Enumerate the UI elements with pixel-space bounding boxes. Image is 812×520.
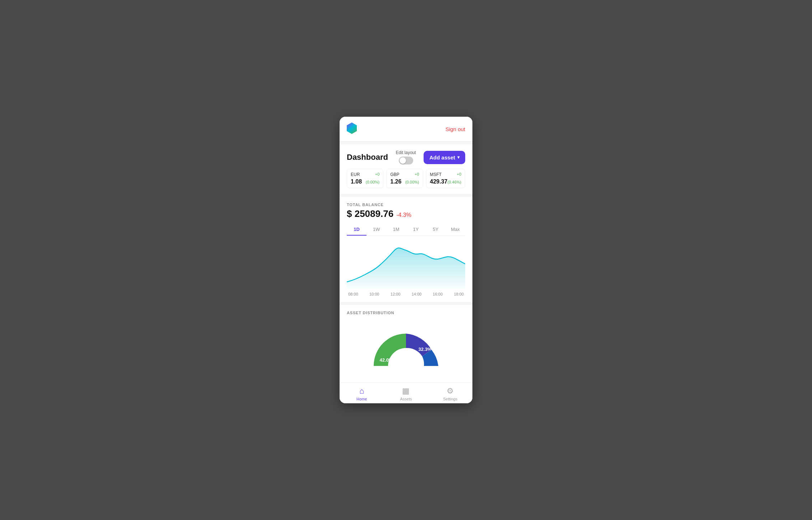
settings-icon: ⚙ <box>447 386 454 396</box>
balance-change: -4.3% <box>396 212 411 218</box>
tab-1m[interactable]: 1M <box>386 224 406 236</box>
tab-5y[interactable]: 5Y <box>426 224 445 236</box>
main-content: Dashboard Edit layout Add asset ▾ EUR <box>340 141 472 382</box>
balance-card: TOTAL BALANCE $ 25089.76 -4.3% 1D 1W 1M … <box>340 197 472 302</box>
tab-1y[interactable]: 1Y <box>406 224 426 236</box>
balance-chart <box>347 239 465 289</box>
ticker-symbol: EUR <box>351 172 360 177</box>
home-icon: ⌂ <box>359 386 364 396</box>
add-asset-button[interactable]: Add asset ▾ <box>424 151 465 164</box>
ticker-change: +0 <box>375 172 380 177</box>
svg-text:42.0%: 42.0% <box>380 357 393 363</box>
nav-label-settings: Settings <box>443 397 457 401</box>
balance-row: $ 25089.76 -4.3% <box>347 208 465 219</box>
chevron-down-icon: ▾ <box>457 155 459 160</box>
dashboard-card: Dashboard Edit layout Add asset ▾ EUR <box>340 144 472 194</box>
chart-label-0800: 08:00 <box>348 292 358 296</box>
ticker-change: +0 <box>457 172 461 177</box>
chart-label-1000: 10:00 <box>369 292 379 296</box>
tab-1d[interactable]: 1D <box>347 224 367 236</box>
ticker-value: 429.37 <box>430 178 448 185</box>
ticker-value: 1.26 <box>390 178 401 185</box>
chart-label-1200: 12:00 <box>391 292 401 296</box>
ticker-change: +0 <box>415 172 419 177</box>
nav-item-settings[interactable]: ⚙ Settings <box>428 383 472 403</box>
assets-icon: ▦ <box>402 386 410 396</box>
tab-max[interactable]: Max <box>445 224 465 236</box>
ticker-symbol: GBP <box>390 172 399 177</box>
donut-chart: 42.0% 32.3% <box>367 319 445 377</box>
nav-item-assets[interactable]: ▦ Assets <box>384 383 428 403</box>
sign-out-button[interactable]: Sign out <box>445 126 465 132</box>
balance-label: TOTAL BALANCE <box>347 203 465 207</box>
ticker-gbp[interactable]: GBP +0 1.26 (0.00%) <box>386 169 423 188</box>
ticker-pct: (0.00%) <box>366 180 380 184</box>
donut-chart-container: 42.0% 32.3% <box>347 319 465 377</box>
edit-layout-section: Edit layout <box>396 150 416 164</box>
ticker-symbol: MSFT <box>430 172 442 177</box>
chart-time-labels: 08:00 10:00 12:00 14:00 16:00 18:00 <box>347 291 465 296</box>
bottom-nav: ⌂ Home ▦ Assets ⚙ Settings <box>340 382 472 403</box>
ticker-value: 1.08 <box>351 178 362 185</box>
tab-1w[interactable]: 1W <box>367 224 386 236</box>
tickers-row: EUR +0 1.08 (0.00%) GBP +0 1.26 <box>347 169 465 188</box>
balance-amount: $ 25089.76 <box>347 208 393 219</box>
header: Sign out <box>340 117 472 141</box>
edit-layout-label: Edit layout <box>396 150 416 155</box>
app-logo <box>347 122 357 135</box>
svg-point-3 <box>396 356 416 376</box>
edit-layout-toggle[interactable] <box>399 157 413 164</box>
nav-item-home[interactable]: ⌂ Home <box>340 383 384 403</box>
ticker-msft[interactable]: MSFT +0 429.37 (0.46%) <box>426 169 465 188</box>
time-tabs: 1D 1W 1M 1Y 5Y Max <box>347 224 465 236</box>
phone-container: Sign out Dashboard Edit layout Add asset… <box>340 117 472 403</box>
chart-label-1400: 14:00 <box>412 292 422 296</box>
distribution-label: ASSET DISTRIBUTION <box>347 311 465 315</box>
nav-label-assets: Assets <box>400 397 412 401</box>
distribution-card: ASSET DISTRIBUTION 42.0% 32.3% <box>340 305 472 382</box>
ticker-eur[interactable]: EUR +0 1.08 (0.00%) <box>347 169 383 188</box>
ticker-pct: (0.46%) <box>447 180 461 184</box>
chart-container: 08:00 10:00 12:00 14:00 16:00 18:00 <box>347 239 465 296</box>
page-title: Dashboard <box>347 153 388 162</box>
chart-label-1800: 18:00 <box>454 292 464 296</box>
chart-label-1600: 16:00 <box>433 292 443 296</box>
ticker-pct: (0.00%) <box>405 180 419 184</box>
toggle-knob <box>400 157 406 164</box>
svg-marker-0 <box>347 122 357 134</box>
nav-label-home: Home <box>356 397 367 401</box>
add-asset-label: Add asset <box>429 154 455 161</box>
